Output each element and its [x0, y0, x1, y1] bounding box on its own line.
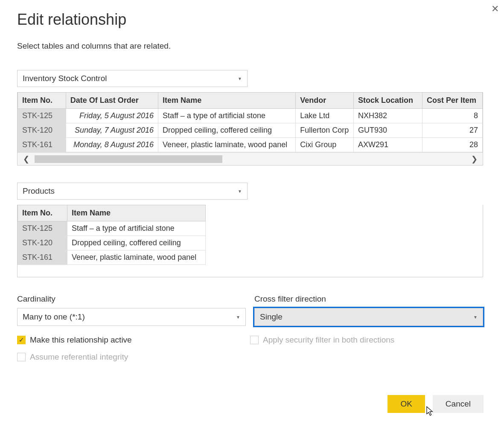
table1-preview: Item No. Date Of Last Order Item Name Ve…	[17, 92, 483, 166]
crossfilter-value: Single	[260, 312, 283, 322]
chevron-down-icon: ▼	[473, 315, 478, 320]
table2-preview: Item No. Item Name STK-125 Staff – a typ…	[17, 205, 483, 277]
crossfilter-dropdown[interactable]: Single ▼	[254, 308, 483, 326]
col-header[interactable]: Item No.	[18, 93, 66, 109]
horizontal-scrollbar[interactable]: ❮ ❯	[17, 152, 483, 165]
cell[interactable]: Dropped ceiling, coffered ceiling	[67, 236, 206, 250]
referential-checkbox-label: Assume referential integrity	[30, 352, 128, 362]
table2-dropdown-value: Products	[23, 186, 55, 196]
chevron-down-icon: ▼	[236, 315, 240, 320]
col-header[interactable]: Item Name	[158, 93, 296, 109]
referential-checkbox-item: Assume referential integrity	[17, 352, 250, 362]
table-row: STK-161 Veneer, plastic laminate, wood p…	[18, 250, 206, 265]
cell[interactable]: 8	[422, 109, 483, 123]
chevron-down-icon: ▼	[238, 76, 242, 81]
cell[interactable]: Veneer, plastic laminate, wood panel	[158, 138, 296, 152]
cell[interactable]: Sunday, 7 August 2016	[66, 123, 158, 138]
cardinality-dropdown[interactable]: Many to one (*:1) ▼	[17, 308, 246, 326]
table-row: STK-125 Friday, 5 August 2016 Staff – a …	[18, 109, 483, 123]
checkbox-icon[interactable]: ✓	[17, 336, 26, 344]
cell[interactable]: Fullerton Corp	[296, 123, 354, 138]
dialog-subtitle: Select tables and columns that are relat…	[17, 41, 487, 51]
cell[interactable]: GUT930	[354, 123, 422, 138]
cell[interactable]: Monday, 8 August 2016	[66, 138, 158, 152]
cell[interactable]: STK-120	[18, 236, 67, 250]
cell[interactable]: AXW291	[354, 138, 422, 152]
cell[interactable]: 28	[422, 138, 483, 152]
table2-dropdown[interactable]: Products ▼	[17, 183, 248, 200]
table-row: STK-120 Dropped ceiling, coffered ceilin…	[18, 236, 206, 250]
security-checkbox-label: Apply security filter in both directions	[263, 335, 394, 345]
table-row: STK-125 Staff – a type of artificial sto…	[18, 221, 206, 236]
cell[interactable]: STK-125	[18, 221, 67, 236]
checkbox-icon	[17, 353, 26, 361]
table2-header-row: Item No. Item Name	[18, 205, 206, 221]
security-checkbox-item: Apply security filter in both directions	[250, 335, 483, 345]
cardinality-value: Many to one (*:1)	[23, 312, 85, 322]
cancel-button[interactable]: Cancel	[433, 395, 484, 413]
col-header[interactable]: Cost Per Item	[422, 93, 483, 109]
close-icon[interactable]: ✕	[491, 3, 499, 15]
table-row: STK-120 Sunday, 7 August 2016 Dropped ce…	[18, 123, 483, 138]
col-header[interactable]: Vendor	[296, 93, 354, 109]
scroll-thumb[interactable]	[35, 155, 222, 163]
scroll-left-icon[interactable]: ❮	[17, 154, 35, 164]
cell[interactable]: Friday, 5 August 2016	[66, 109, 158, 123]
cell[interactable]: Dropped ceiling, coffered ceiling	[158, 123, 296, 138]
chevron-down-icon: ▼	[238, 189, 242, 194]
cell[interactable]: STK-161	[18, 138, 66, 152]
cell[interactable]: Lake Ltd	[296, 109, 354, 123]
table1-header-row: Item No. Date Of Last Order Item Name Ve…	[18, 93, 483, 109]
cell[interactable]: Cixi Group	[296, 138, 354, 152]
cell[interactable]: Staff – a type of artificial stone	[67, 221, 206, 236]
cell[interactable]: STK-120	[18, 123, 66, 138]
cell[interactable]: Veneer, plastic laminate, wood panel	[67, 250, 206, 265]
col-header[interactable]: Item Name	[67, 205, 206, 221]
cardinality-label: Cardinality	[17, 294, 246, 304]
table1-dropdown-value: Inventory Stock Control	[23, 74, 107, 83]
cell[interactable]: NXH382	[354, 109, 422, 123]
col-header[interactable]: Date Of Last Order	[66, 93, 158, 109]
crossfilter-label: Cross filter direction	[254, 294, 483, 304]
dialog-title: Edit relationship	[17, 11, 487, 29]
table-row: STK-161 Monday, 8 August 2016 Veneer, pl…	[18, 138, 483, 152]
ok-button[interactable]: OK	[387, 395, 425, 413]
col-header[interactable]: Item No.	[18, 205, 67, 221]
cell[interactable]: 27	[422, 123, 483, 138]
scroll-right-icon[interactable]: ❯	[466, 154, 483, 164]
active-checkbox-item[interactable]: ✓ Make this relationship active	[17, 335, 250, 345]
cell[interactable]: STK-125	[18, 109, 66, 123]
active-checkbox-label: Make this relationship active	[30, 335, 132, 345]
checkbox-icon	[250, 336, 259, 344]
cell[interactable]: STK-161	[18, 250, 67, 265]
table1-dropdown[interactable]: Inventory Stock Control ▼	[17, 70, 248, 87]
cell[interactable]: Staff – a type of artificial stone	[158, 109, 296, 123]
col-header[interactable]: Stock Location	[354, 93, 422, 109]
